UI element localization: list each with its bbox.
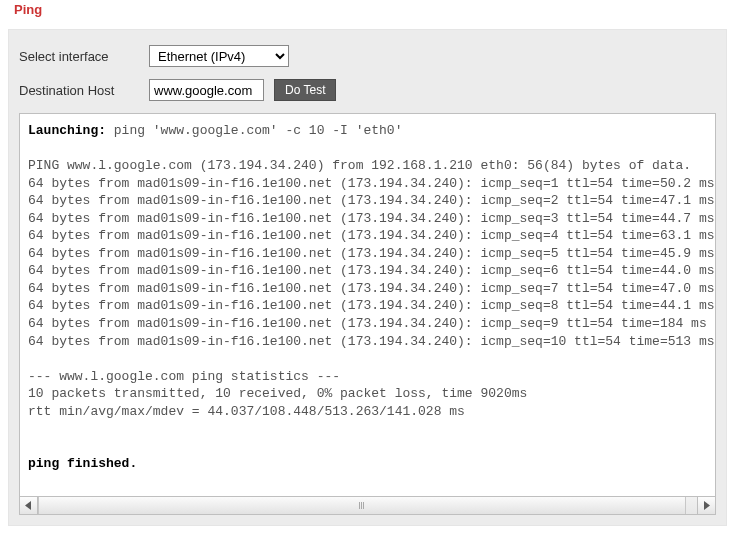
host-label: Destination Host [19, 83, 149, 98]
interface-select[interactable]: Ethernet (IPv4) [149, 45, 289, 67]
host-row: Destination Host Do Test [19, 79, 716, 101]
horizontal-scrollbar[interactable] [20, 496, 715, 514]
ping-output: Launching: ping 'www.google.com' -c 10 -… [20, 114, 715, 496]
svg-marker-0 [25, 501, 31, 510]
thumb-grip-icon [359, 502, 364, 509]
interface-row: Select interface Ethernet (IPv4) [19, 45, 716, 67]
interface-label: Select interface [19, 49, 149, 64]
output-container: Launching: ping 'www.google.com' -c 10 -… [19, 113, 716, 515]
scrollbar-track[interactable] [38, 497, 697, 514]
page-title: Ping [0, 0, 735, 17]
do-test-button[interactable]: Do Test [274, 79, 336, 101]
svg-marker-1 [704, 501, 710, 510]
scroll-right-arrow-icon[interactable] [697, 497, 715, 514]
scroll-left-arrow-icon[interactable] [20, 497, 38, 514]
host-input[interactable] [149, 79, 264, 101]
ping-panel: Select interface Ethernet (IPv4) Destina… [8, 29, 727, 526]
scrollbar-thumb[interactable] [38, 497, 686, 514]
